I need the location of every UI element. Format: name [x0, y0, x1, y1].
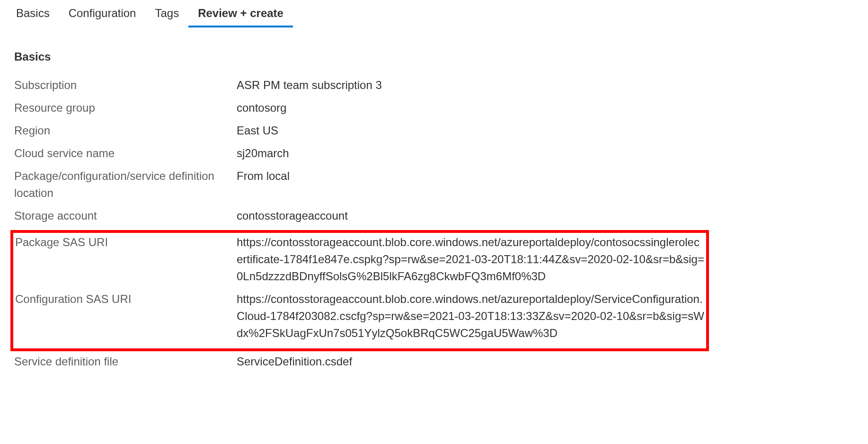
- tab-review-create[interactable]: Review + create: [188, 0, 293, 27]
- field-value-service-definition-file: ServiceDefinition.csdef: [237, 353, 705, 370]
- field-value-storage-account: contosstorageaccount: [237, 207, 705, 224]
- field-value-region: East US: [237, 122, 705, 139]
- tab-configuration[interactable]: Configuration: [59, 0, 146, 27]
- field-row-cloud-service-name: Cloud service name sj20march: [14, 145, 705, 162]
- field-row-package-sas-uri: Package SAS URI https://contosstorageacc…: [14, 234, 705, 285]
- review-content: Basics Subscription ASR PM team subscrip…: [0, 27, 719, 385]
- field-label-subscription: Subscription: [14, 77, 237, 94]
- field-row-service-definition-file: Service definition file ServiceDefinitio…: [14, 353, 705, 370]
- field-row-pkg-config-location: Package/configuration/service definition…: [14, 168, 705, 202]
- field-label-region: Region: [14, 122, 237, 139]
- field-label-storage-account: Storage account: [14, 207, 237, 224]
- field-label-cloud-service-name: Cloud service name: [14, 145, 237, 162]
- section-heading-basics: Basics: [14, 50, 705, 63]
- field-row-subscription: Subscription ASR PM team subscription 3: [14, 77, 705, 94]
- field-row-configuration-sas-uri: Configuration SAS URI https://contosstor…: [14, 291, 705, 342]
- field-value-configuration-sas-uri: https://contosstorageaccount.blob.core.w…: [237, 291, 704, 342]
- field-value-resource-group: contosorg: [237, 99, 705, 116]
- field-row-storage-account: Storage account contosstorageaccount: [14, 207, 705, 224]
- field-value-cloud-service-name: sj20march: [237, 145, 705, 162]
- tab-tags[interactable]: Tags: [145, 0, 188, 27]
- tabs-bar: Basics Configuration Tags Review + creat…: [0, 0, 868, 27]
- highlight-box-sas-uris: Package SAS URI https://contosstorageacc…: [10, 230, 709, 351]
- field-label-service-definition-file: Service definition file: [14, 353, 237, 370]
- field-value-package-sas-uri: https://contosstorageaccount.blob.core.w…: [237, 234, 704, 285]
- field-label-package-sas-uri: Package SAS URI: [15, 234, 237, 251]
- tab-basics[interactable]: Basics: [7, 0, 59, 27]
- field-label-resource-group: Resource group: [14, 99, 237, 116]
- field-value-pkg-config-location: From local: [237, 168, 705, 185]
- field-value-subscription: ASR PM team subscription 3: [237, 77, 705, 94]
- field-row-resource-group: Resource group contosorg: [14, 99, 705, 116]
- field-row-region: Region East US: [14, 122, 705, 139]
- field-label-pkg-config-location: Package/configuration/service definition…: [14, 168, 237, 202]
- field-label-configuration-sas-uri: Configuration SAS URI: [15, 291, 237, 308]
